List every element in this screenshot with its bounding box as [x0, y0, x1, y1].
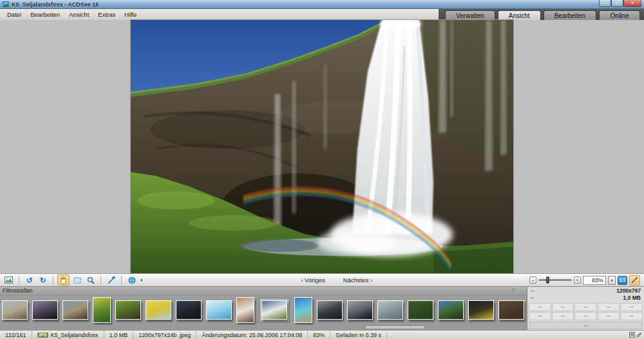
menu-bearbeiten[interactable]: Bearbeiten	[26, 11, 64, 18]
property-cell: --	[598, 303, 620, 311]
filmstrip-thumbnail[interactable]	[32, 300, 58, 320]
tab-online[interactable]: Online	[599, 10, 640, 20]
zoom-tool-button[interactable]	[84, 275, 97, 286]
menu-datei[interactable]: Datei	[3, 11, 26, 18]
wrench-icon	[108, 276, 115, 284]
thumbnail-image	[146, 301, 171, 319]
filmstrip-thumbnail[interactable]	[294, 297, 312, 323]
close-button[interactable]: ×	[623, 0, 641, 7]
filmstrip-thumbnail[interactable]	[236, 297, 254, 323]
image-display-button[interactable]	[3, 275, 15, 286]
menu-hilfe[interactable]: Hilfe	[120, 11, 141, 18]
menu-items: Datei Bearbeiten Ansicht Extras Hilfe	[0, 9, 141, 20]
filmstrip-thumbnail[interactable]	[498, 300, 524, 320]
image-viewer-canvas	[0, 20, 644, 273]
status-position: 122/161	[0, 331, 32, 339]
filmstrip-thumbnail[interactable]	[115, 300, 141, 320]
filmstrip-title: Filmstreifen	[3, 287, 33, 294]
menu-ansicht[interactable]: Ansicht	[64, 11, 93, 18]
filmstrip-thumbnail[interactable]	[93, 297, 111, 323]
toolbar-separator	[100, 276, 101, 285]
property-row: -- 1200x797	[527, 287, 644, 294]
chevron-down-icon[interactable]: ▽	[512, 288, 515, 293]
filmstrip-thumbnail[interactable]	[468, 300, 494, 320]
select-tool-button[interactable]	[71, 275, 83, 286]
zoom-slider-thumb[interactable]	[546, 276, 549, 284]
status-filesize: 1,0 MB	[104, 331, 134, 339]
property-value-dimensions: 1200x797	[616, 287, 641, 294]
zoom-in-button[interactable]: +	[574, 276, 581, 284]
minimize-button[interactable]: –	[599, 0, 611, 7]
thumbnail-image	[237, 298, 254, 322]
rotate-right-button[interactable]: ↻	[37, 275, 49, 286]
image-info-icon[interactable]	[629, 332, 635, 338]
online-dropdown-arrow[interactable]: ▾	[139, 278, 144, 283]
photo-seljalandsfoss[interactable]	[131, 20, 513, 273]
filmstrip-thumbnail[interactable]	[2, 300, 28, 320]
property-cell: --	[552, 303, 574, 311]
properties-grid: --------------------	[527, 302, 644, 321]
toolbar-separator	[19, 276, 19, 285]
filmstrip-thumbnails	[0, 295, 527, 325]
thumbnail-image	[469, 301, 493, 319]
filmstrip-thumbnail[interactable]	[408, 300, 433, 320]
maximize-button[interactable]: □	[611, 0, 623, 7]
acdsee-window: K5_Seljalandsfoss - ACDSee 16 – □ × Date…	[0, 0, 644, 339]
repair-tool-button[interactable]	[105, 275, 117, 286]
properties-panel: -- 1200x797 -- 1,0 MB ------------------…	[527, 287, 644, 330]
status-load-time: Geladen in 0.39 s	[330, 331, 387, 339]
menu-extras[interactable]: Extras	[93, 11, 120, 18]
image-navigation: ‹ Voriges Nächstes ›	[144, 275, 529, 285]
online-share-button[interactable]	[126, 275, 138, 286]
filmstrip-thumbnail[interactable]	[347, 300, 373, 320]
filmstrip-thumbnail[interactable]	[176, 300, 202, 320]
filmstrip-thumbnail[interactable]	[438, 300, 464, 320]
status-bar: 122/161 JPG K5_Seljalandsfoss 1,0 MB 120…	[0, 330, 644, 339]
scrollbar-thumb[interactable]	[365, 325, 425, 329]
selection-rect-icon	[73, 277, 81, 284]
bottom-panels: Filmstreifen ▽ -- 1200x797 -- 1,0 MB ---…	[0, 286, 644, 330]
filmstrip-thumbnail[interactable]	[206, 300, 232, 320]
rotate-left-icon: ↺	[26, 276, 32, 284]
rotate-left-button[interactable]: ↺	[23, 275, 35, 286]
zoom-slider[interactable]	[538, 279, 572, 281]
property-cell: --	[574, 303, 597, 311]
status-filename: JPG K5_Seljalandsfoss	[32, 331, 104, 339]
next-image-button[interactable]: Nächstes ›	[339, 275, 377, 285]
zoom-dropdown-button[interactable]: ▾	[608, 276, 616, 285]
thumbnail-image	[176, 301, 201, 319]
edit-pencil-icon[interactable]	[636, 332, 642, 338]
filmstrip-scrollbar[interactable]	[0, 325, 527, 330]
window-title: K5_Seljalandsfoss - ACDSee 16	[12, 1, 99, 8]
thumbnail-image	[33, 301, 57, 319]
filmstrip-thumbnail[interactable]	[146, 300, 171, 320]
status-modified-date: Änderungsdatum: 25.06.2006 17:04:08	[196, 331, 308, 339]
filmstrip-thumbnail[interactable]	[62, 300, 88, 320]
property-row: -- 1,0 MB	[527, 294, 644, 301]
thumbnail-image	[63, 301, 88, 319]
pan-tool-button[interactable]	[57, 275, 70, 286]
rotate-right-icon: ↻	[39, 276, 46, 284]
thumbnail-image	[93, 298, 110, 322]
toolbar-separator	[121, 276, 122, 285]
filmstrip-thumbnail[interactable]	[259, 298, 290, 322]
zoom-out-button[interactable]: –	[529, 276, 536, 284]
picture-icon	[5, 276, 13, 284]
tab-verwalten[interactable]: Verwalten	[445, 10, 495, 20]
zoom-percent-field[interactable]: 83%	[583, 276, 606, 285]
filmstrip-thumbnail[interactable]	[377, 300, 403, 320]
filmstrip-thumbnail[interactable]	[317, 300, 343, 320]
fit-to-window-button[interactable]	[629, 275, 640, 286]
property-cell: --	[552, 312, 574, 320]
magnifier-icon	[87, 276, 95, 284]
filmstrip-panel: Filmstreifen ▽	[0, 287, 527, 330]
tab-ansicht[interactable]: Ansicht	[498, 10, 541, 20]
title-bar: K5_Seljalandsfoss - ACDSee 16 – □ ×	[0, 0, 644, 9]
toolbar-left-group: ↺ ↻	[3, 275, 144, 286]
actual-size-button[interactable]: 1:1	[618, 276, 627, 285]
property-cell: --	[598, 312, 620, 320]
thumbnail-image	[3, 301, 27, 319]
tab-bearbeiten[interactable]: Bearbeiten	[544, 10, 596, 20]
property-label: --	[531, 287, 535, 294]
previous-image-button[interactable]: ‹ Voriges	[296, 275, 330, 285]
